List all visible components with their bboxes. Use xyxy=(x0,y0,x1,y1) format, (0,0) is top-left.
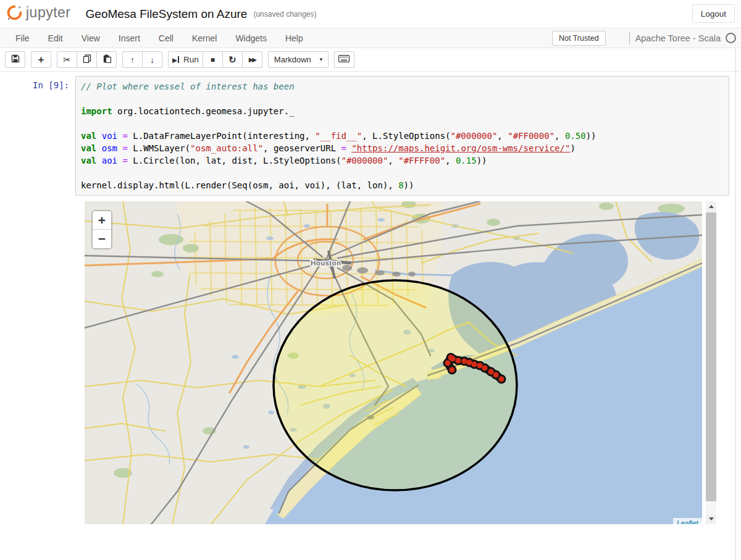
code-editor[interactable]: // Plot where vessel of interest has bee… xyxy=(75,76,729,196)
checkpoint-status: (unsaved changes) xyxy=(253,10,316,19)
map-zoom-control: + − xyxy=(93,211,111,248)
text-output: voi = DataFrameLayerPoint([__fid__: stri… xyxy=(85,532,741,560)
scissors-icon: ✂ xyxy=(63,54,71,65)
leaflet-map[interactable]: Houston + − Leaflet xyxy=(85,201,702,524)
interrupt-kernel-button[interactable]: ■ xyxy=(203,51,223,68)
cut-cell-button[interactable]: ✂ xyxy=(57,51,77,68)
move-cell-up-button[interactable]: ↑ xyxy=(122,51,143,68)
restart-kernel-button[interactable]: ↻ xyxy=(222,51,243,68)
copy-icon xyxy=(83,54,91,65)
leaflet-attribution[interactable]: Leaflet xyxy=(673,518,702,524)
toolbar: + ✂ ↑ xyxy=(0,48,741,72)
output-scrollbar[interactable] xyxy=(706,201,716,524)
menu-kernel[interactable]: Kernel xyxy=(183,33,226,43)
step-forward-icon: ▶ xyxy=(172,56,177,64)
stop-icon: ■ xyxy=(211,56,215,64)
houston-label: Houston xyxy=(311,259,341,267)
page-right-divider xyxy=(735,48,736,560)
menu-view[interactable]: View xyxy=(72,33,109,43)
move-cell-down-button[interactable]: ↓ xyxy=(142,51,162,68)
code-cell[interactable]: In [9]: // Plot where vessel of interest… xyxy=(0,76,741,196)
menu-insert[interactable]: Insert xyxy=(109,33,149,43)
add-cell-button[interactable]: + xyxy=(31,51,51,68)
kernel-separator xyxy=(629,32,630,44)
paste-cell-button[interactable] xyxy=(96,51,117,68)
arrow-down-icon: ↓ xyxy=(150,55,154,65)
menu-cell[interactable]: Cell xyxy=(149,33,183,43)
zoom-out-button[interactable]: − xyxy=(93,230,111,248)
notebook-title[interactable]: GeoMesa FileSystem on Azure xyxy=(86,7,248,21)
command-palette-button[interactable] xyxy=(334,51,354,68)
save-icon xyxy=(11,54,20,65)
menu-right-area: Not Trusted Apache Toree - Scala xyxy=(552,31,737,46)
run-cell-button[interactable]: ▶ Run xyxy=(168,51,203,68)
not-trusted-badge[interactable]: Not Trusted xyxy=(552,31,606,46)
cell-type-dropdown[interactable]: Markdown ▼ xyxy=(268,51,329,68)
output-area: Houston + − Leaflet xyxy=(85,201,741,524)
notebook-area: In [9]: // Plot where vessel of interest… xyxy=(0,72,741,560)
restart-icon: ↻ xyxy=(228,54,237,65)
save-button[interactable] xyxy=(5,51,25,68)
scroll-up-button[interactable] xyxy=(706,201,716,212)
cell-type-value: Markdown xyxy=(274,55,311,64)
keyboard-icon xyxy=(338,55,350,64)
jupyter-logo-icon xyxy=(6,4,23,23)
paste-icon xyxy=(103,54,111,65)
menu-bar: File Edit View Insert Cell Kernel Widget… xyxy=(0,28,741,48)
scrollbar-thumb[interactable] xyxy=(706,212,716,501)
kernel-name: Apache Toree - Scala xyxy=(635,33,721,43)
jupyter-logo-text: jupyter xyxy=(26,4,71,21)
aoi-circle xyxy=(274,280,517,490)
menu-help[interactable]: Help xyxy=(276,33,312,43)
restart-run-all-button[interactable]: ▶ ▶ xyxy=(242,51,262,68)
step-forward-bar xyxy=(178,56,179,63)
menu-edit[interactable]: Edit xyxy=(39,33,72,43)
logout-button[interactable]: Logout xyxy=(692,4,735,23)
notebook-header: jupyter GeoMesa FileSystem on Azure (uns… xyxy=(0,0,741,28)
zoom-in-button[interactable]: + xyxy=(93,211,111,230)
output-line-1: voi = DataFrameLayerPoint([__fid__: stri… xyxy=(85,558,741,560)
dropdown-caret-icon: ▼ xyxy=(319,57,324,62)
jupyter-logo[interactable]: jupyter xyxy=(6,4,71,23)
menu-widgets[interactable]: Widgets xyxy=(226,33,276,43)
triangle-down-icon xyxy=(709,517,714,520)
triangle-up-icon xyxy=(709,205,714,208)
run-label: Run xyxy=(183,55,199,64)
menu-file[interactable]: File xyxy=(6,33,39,43)
fast-forward-icon-2: ▶ xyxy=(252,56,256,63)
arrow-up-icon: ↑ xyxy=(130,55,135,65)
input-prompt: In [9]: xyxy=(0,76,75,90)
scroll-down-button[interactable] xyxy=(706,514,716,524)
code-lines: // Plot where vessel of interest has bee… xyxy=(81,80,724,191)
kernel-idle-icon xyxy=(726,33,736,43)
plus-icon: + xyxy=(38,54,44,66)
map-canvas: Houston xyxy=(85,201,702,524)
copy-cell-button[interactable] xyxy=(77,51,97,68)
